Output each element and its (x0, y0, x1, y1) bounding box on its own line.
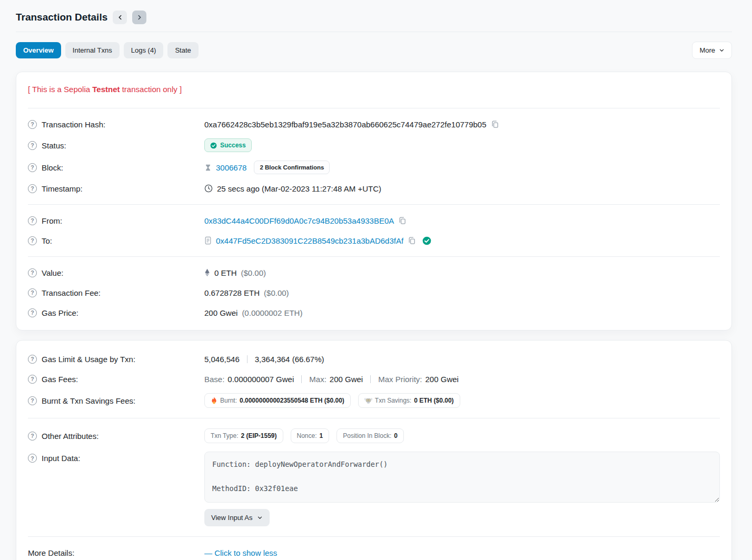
help-icon[interactable]: ? (28, 396, 37, 405)
txn-type-badge: Txn Type: 2 (EIP-1559) (204, 428, 283, 443)
chevron-right-icon (136, 14, 143, 21)
txn-savings-badge: Txn Savings: 0 ETH ($0.00) (358, 393, 460, 408)
from-label: From: (42, 216, 62, 225)
to-address-link[interactable]: 0x447Fd5eC2D383091C22B8549cb231a3bAD6d3f… (216, 236, 403, 245)
testnet-banner-suffix: transaction only ] (120, 85, 182, 94)
show-less-link[interactable]: — Click to show less (204, 548, 277, 557)
burnt-value: 0.000000000023550548 ETH ($0.00) (240, 397, 344, 404)
testnet-banner: [ This is a Sepolia Testnet transaction … (28, 77, 720, 102)
burnt-label: Burnt: (220, 397, 237, 404)
divider (28, 204, 720, 205)
chevron-left-icon (116, 14, 124, 21)
verified-check-circle-icon (422, 236, 431, 245)
txn-type-value: 2 (EIP-1559) (241, 432, 276, 439)
copy-transaction-hash-button[interactable] (491, 120, 499, 128)
view-input-as-button[interactable]: View Input As (204, 509, 270, 526)
from-row: ? From: 0x83dC44a4C00DFf69d0A0c7c94B20b5… (28, 211, 720, 231)
divider (28, 256, 720, 257)
gas-price-label: Gas Price: (42, 308, 78, 317)
help-icon[interactable]: ? (28, 268, 37, 277)
divider (28, 536, 720, 537)
nonce-badge: Nonce: 1 (291, 428, 330, 443)
max-priority-fee-value: 200 Gwei (426, 375, 459, 384)
help-icon[interactable]: ? (28, 236, 37, 245)
divider (28, 108, 720, 108)
value-usd: ($0.00) (241, 268, 266, 277)
chevron-down-icon (719, 47, 725, 53)
gas-price-amount: 200 Gwei (204, 308, 238, 317)
transaction-hash-row: ? Transaction Hash: 0xa7662428c3b5eb1329… (28, 114, 720, 134)
transaction-fee-label: Transaction Fee: (42, 288, 101, 297)
tab-state[interactable]: State (167, 42, 198, 58)
to-row: ? To: 0x447Fd5eC2D383091C22B8549cb231a3b… (28, 231, 720, 251)
transaction-fee-row: ? Transaction Fee: 0.6728728 ETH ($0.00) (28, 283, 720, 303)
input-data-label: Input Data: (42, 454, 80, 463)
transaction-hash-label: Transaction Hash: (42, 120, 105, 129)
burnt-fees-label: Burnt & Txn Savings Fees: (42, 396, 135, 405)
status-label: Status: (42, 141, 66, 150)
gas-price-eth: (0.0000002 ETH) (242, 308, 302, 317)
txn-type-label: Txn Type: (211, 432, 238, 439)
status-value: Success (220, 142, 246, 149)
separator (247, 355, 248, 363)
page-title: Transaction Details (16, 12, 107, 23)
help-icon[interactable]: ? (28, 308, 37, 317)
from-address-link[interactable]: 0x83dC44a4C00DFf69d0A0c7c94B20b53a4933BE… (204, 216, 394, 225)
gas-price-row: ? Gas Price: 200 Gwei (0.0000002 ETH) (28, 303, 720, 323)
max-fee-label: Max: (309, 375, 326, 384)
txn-savings-value: 0 ETH ($0.00) (414, 397, 453, 404)
gas-fees-row: ? Gas Fees: Base: 0.000000007 Gwei Max: … (28, 369, 720, 389)
copy-from-address-button[interactable] (398, 216, 407, 225)
timestamp-label: Timestamp: (42, 184, 83, 193)
nonce-label: Nonce: (297, 432, 317, 439)
money-wings-icon (364, 397, 372, 404)
status-badge: Success (204, 138, 252, 152)
value-label: Value: (42, 268, 63, 277)
more-details-row: More Details: — Click to show less (28, 543, 720, 560)
help-icon[interactable]: ? (28, 288, 37, 297)
help-icon[interactable]: ? (28, 432, 37, 441)
input-data-textarea[interactable]: Function: deployNewOperatorAndForwarder(… (204, 452, 720, 503)
flame-icon (211, 397, 217, 404)
help-icon[interactable]: ? (28, 141, 37, 150)
next-transaction-button[interactable] (132, 11, 146, 24)
more-dropdown-button[interactable]: More (692, 42, 732, 59)
block-number-link[interactable]: 3006678 (216, 163, 246, 172)
help-icon[interactable]: ? (28, 163, 37, 172)
copy-icon (398, 216, 407, 225)
more-details-label: More Details: (28, 548, 204, 557)
help-icon[interactable]: ? (28, 216, 37, 225)
burnt-fees-row: ? Burnt & Txn Savings Fees: Burnt: 0.000… (28, 389, 720, 412)
timestamp-row: ? Timestamp: 25 secs ago (Mar-02-2023 11… (28, 178, 720, 198)
header-divider (16, 32, 732, 32)
gas-fees-label: Gas Fees: (42, 375, 78, 384)
tab-bar: Overview Internal Txns Logs (4) State Mo… (16, 42, 732, 59)
tab-overview[interactable]: Overview (16, 42, 61, 58)
clock-icon (204, 184, 213, 193)
transaction-fee-amount: 0.6728728 ETH (204, 288, 260, 297)
help-icon[interactable]: ? (28, 184, 37, 193)
base-fee-value: 0.000000007 Gwei (227, 375, 294, 384)
txn-savings-label: Txn Savings: (375, 397, 411, 404)
value-row: ? Value: 0 ETH ($0.00) (28, 263, 720, 283)
help-icon[interactable]: ? (28, 375, 37, 384)
help-icon[interactable]: ? (28, 454, 37, 463)
testnet-banner-text: [ This is a Sepolia (28, 85, 92, 94)
gas-used-value: 3,364,364 (66.67%) (255, 355, 324, 364)
to-label: To: (42, 236, 52, 245)
separator (301, 375, 302, 383)
copy-to-address-button[interactable] (408, 236, 416, 245)
contract-file-icon (204, 236, 212, 245)
divider (28, 418, 720, 418)
tab-internal-txns[interactable]: Internal Txns (65, 42, 120, 58)
copy-icon (491, 120, 499, 128)
tab-logs[interactable]: Logs (4) (124, 42, 164, 58)
value-amount: 0 ETH (214, 268, 237, 277)
help-icon[interactable]: ? (28, 120, 37, 129)
prev-transaction-button[interactable] (113, 11, 127, 24)
position-in-block-badge: Position In Block: 0 (337, 428, 404, 443)
help-icon[interactable]: ? (28, 355, 37, 364)
testnet-banner-bold: Testnet (92, 85, 120, 94)
timestamp-value: 25 secs ago (Mar-02-2023 11:27:48 AM +UT… (217, 184, 381, 193)
position-in-block-value: 0 (394, 432, 398, 439)
